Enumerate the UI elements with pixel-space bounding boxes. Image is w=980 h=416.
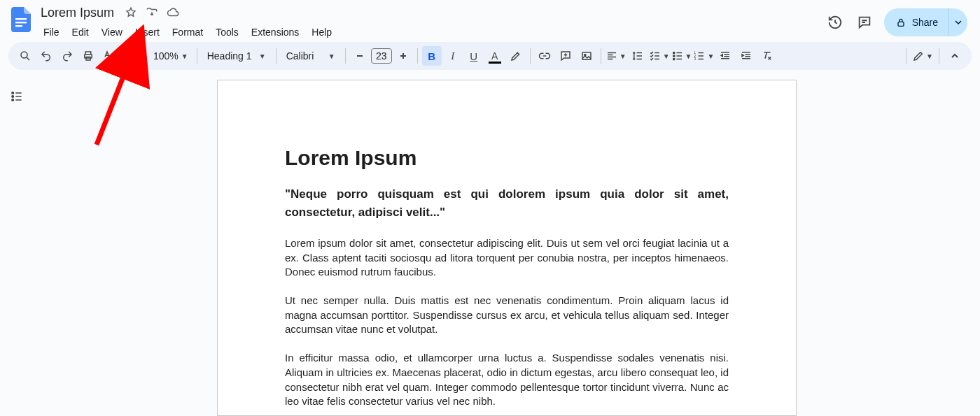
share-caret[interactable] [948, 8, 967, 36]
italic-button[interactable]: I [443, 46, 463, 66]
svg-point-12 [673, 58, 674, 59]
svg-point-4 [21, 52, 27, 58]
separator [144, 48, 145, 64]
caret-down-icon: ▼ [707, 52, 714, 60]
paragraph-style-select[interactable]: Heading 1▼ [202, 50, 272, 62]
document-outline-icon[interactable] [7, 87, 27, 106]
checklist-button[interactable]: ▼ [649, 46, 670, 66]
doc-paragraph[interactable]: Ut nec semper nulla. Duis mattis est nec… [285, 294, 729, 337]
decrease-indent-button[interactable] [715, 46, 735, 66]
separator [530, 48, 531, 64]
caret-down-icon: ▼ [620, 52, 626, 60]
svg-text:3: 3 [694, 57, 696, 61]
menu-extensions[interactable]: Extensions [246, 24, 304, 41]
increase-indent-button[interactable] [736, 46, 756, 66]
share-button[interactable]: Share [884, 8, 948, 36]
line-spacing-button[interactable] [628, 46, 648, 66]
lock-icon [895, 17, 906, 28]
menu-help[interactable]: Help [306, 24, 337, 41]
left-rail [0, 70, 34, 416]
menu-tools[interactable]: Tools [210, 24, 244, 41]
search-icon[interactable] [15, 46, 35, 66]
toolbar: 100%▼ Heading 1▼ Calibri▼ B I U A ▼ ▼ ▼ … [8, 42, 972, 70]
document-title[interactable]: Lorem Ipsum [38, 6, 117, 20]
undo-icon[interactable] [36, 46, 56, 66]
caret-down-icon: ▼ [181, 52, 188, 60]
collapse-toolbar-button[interactable] [945, 46, 965, 66]
menu-view[interactable]: View [96, 24, 128, 41]
highlight-color-button[interactable] [506, 46, 526, 66]
spellcheck-icon[interactable] [99, 46, 119, 66]
svg-rect-7 [127, 52, 132, 55]
decrease-font-size-button[interactable] [350, 46, 370, 66]
cloud-status-icon[interactable] [166, 6, 180, 20]
menu-format[interactable]: Format [167, 24, 209, 41]
zoom-select[interactable]: 100%▼ [149, 50, 192, 62]
caret-down-icon: ▼ [328, 52, 335, 60]
comments-icon[interactable] [855, 13, 874, 32]
app-header: Lorem Ipsum File Edit View Insert Format… [0, 0, 980, 39]
bulleted-list-button[interactable]: ▼ [671, 46, 692, 66]
svg-point-16 [12, 92, 14, 94]
numbered-list-button[interactable]: 123▼ [693, 46, 714, 66]
add-comment-icon[interactable] [556, 46, 575, 66]
separator [276, 48, 276, 64]
font-size-group [350, 46, 413, 66]
svg-rect-2 [15, 25, 22, 27]
svg-point-10 [673, 52, 674, 53]
separator [906, 48, 906, 64]
svg-rect-0 [15, 18, 27, 20]
separator [197, 48, 197, 64]
header-actions: Share [825, 8, 972, 36]
separator [601, 48, 601, 64]
menu-edit[interactable]: Edit [66, 24, 94, 41]
clear-formatting-button[interactable] [757, 46, 777, 66]
docs-logo[interactable] [8, 7, 34, 32]
star-icon[interactable] [124, 6, 138, 20]
print-icon[interactable] [78, 46, 98, 66]
font-family-select[interactable]: Calibri▼ [281, 50, 341, 62]
history-icon[interactable] [825, 13, 845, 32]
svg-point-11 [673, 55, 674, 57]
editing-mode-button[interactable]: ▼ [912, 46, 933, 66]
workspace: Lorem Ipsum "Neque porro quisquam est qu… [0, 70, 980, 416]
caret-down-icon: ▼ [926, 52, 933, 60]
title-area: Lorem Ipsum File Edit View Insert Format… [38, 4, 337, 42]
paint-format-icon[interactable] [120, 46, 140, 66]
document-page[interactable]: Lorem Ipsum "Neque porro quisquam est qu… [217, 80, 797, 416]
svg-rect-3 [898, 22, 904, 26]
separator [939, 48, 939, 64]
separator [345, 48, 346, 64]
insert-image-icon[interactable] [577, 46, 596, 66]
share-button-group: Share [884, 8, 967, 36]
svg-point-17 [12, 96, 14, 98]
canvas[interactable]: Lorem Ipsum "Neque porro quisquam est qu… [34, 70, 980, 416]
insert-link-icon[interactable] [535, 46, 554, 66]
toolbar-wrap: 100%▼ Heading 1▼ Calibri▼ B I U A ▼ ▼ ▼ … [0, 39, 980, 70]
caret-down-icon: ▼ [685, 52, 692, 60]
menu-insert[interactable]: Insert [130, 24, 165, 41]
font-size-input[interactable] [371, 48, 392, 64]
menu-file[interactable]: File [38, 24, 65, 41]
menu-bar: File Edit View Insert Format Tools Exten… [38, 22, 337, 42]
doc-subheading[interactable]: "Neque porro quisquam est qui dolorem ip… [285, 185, 729, 221]
share-label: Share [912, 17, 938, 28]
increase-font-size-button[interactable] [393, 46, 413, 66]
svg-point-18 [12, 99, 14, 101]
separator [417, 48, 418, 64]
align-button[interactable]: ▼ [606, 46, 626, 66]
doc-paragraph[interactable]: In efficitur massa odio, et ullamcorper … [285, 351, 729, 409]
svg-rect-8 [582, 52, 591, 60]
bold-button[interactable]: B [422, 46, 442, 66]
doc-paragraph[interactable]: Lorem ipsum dolor sit amet, consectetur … [285, 236, 729, 280]
doc-heading[interactable]: Lorem Ipsum [285, 146, 729, 170]
caret-down-icon: ▼ [663, 52, 670, 60]
redo-icon[interactable] [57, 46, 77, 66]
move-icon[interactable] [145, 6, 159, 20]
svg-rect-1 [15, 22, 27, 23]
text-color-button[interactable]: A [485, 46, 505, 66]
caret-down-icon: ▼ [259, 52, 266, 60]
underline-button[interactable]: U [464, 46, 484, 66]
